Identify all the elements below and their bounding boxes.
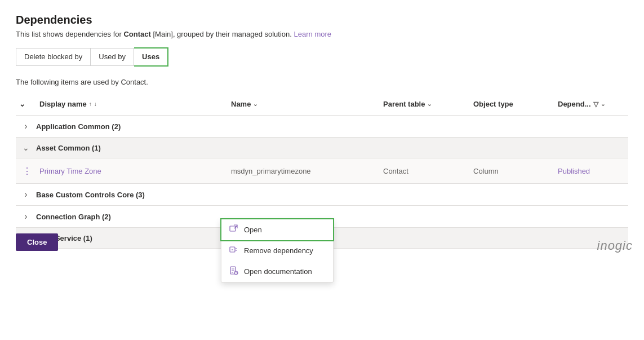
col-depend-label: Depend...	[558, 100, 591, 108]
toggle-base-custom[interactable]	[16, 189, 36, 200]
watermark: inogic	[597, 239, 633, 253]
subtitle: This list shows dependencies for Contact…	[16, 30, 628, 38]
context-menu-open-documentation[interactable]: Open documentation	[221, 261, 333, 282]
sort-asc-icon	[89, 101, 92, 107]
group-app-common[interactable]: Application Common (2)	[16, 116, 628, 138]
chevron-right-icon-3	[24, 211, 27, 222]
col-display-name[interactable]: Display name	[36, 98, 228, 111]
col-toggle: ⌄	[16, 98, 36, 111]
context-menu-open[interactable]: Open	[221, 219, 333, 240]
tab-uses[interactable]: Uses	[134, 47, 168, 67]
collapse-all-icon[interactable]: ⌄	[19, 100, 25, 108]
col-name-label: Name	[231, 100, 251, 108]
row-name: msdyn_primarytimezone	[228, 166, 380, 176]
learn-more-link[interactable]: Learn more	[294, 30, 331, 38]
context-menu-remove-dependency[interactable]: Remove dependency	[221, 240, 333, 261]
sort-desc-icon	[94, 101, 97, 107]
tabs-row: Delete blocked by Used by Uses	[16, 47, 628, 67]
group-connection-graph-name: Connection Graph (2)	[36, 213, 228, 221]
group-field-service-name: Field Service (1)	[36, 234, 228, 242]
col-parent-table[interactable]: Parent table ⌄	[380, 98, 470, 111]
context-open-label: Open	[244, 226, 262, 234]
context-remove-label: Remove dependency	[244, 246, 313, 255]
svg-rect-0	[230, 226, 236, 231]
col-object-type[interactable]: Object type	[470, 98, 554, 111]
group-base-custom[interactable]: Base Custom Controls Core (3)	[16, 184, 628, 206]
col-display-name-label: Display name	[39, 100, 87, 108]
toggle-connection-graph[interactable]	[16, 211, 36, 222]
context-open-doc-label: Open documentation	[244, 267, 312, 276]
context-menu: Open Remove dependency Open	[221, 219, 334, 282]
remove-dependency-icon	[229, 245, 238, 256]
col-name[interactable]: Name ⌄	[228, 98, 380, 111]
subtitle-bold: Contact	[123, 30, 150, 38]
row-object-type: Column	[470, 166, 554, 176]
page-title: Dependencies	[16, 14, 628, 27]
col-parent-table-label: Parent table	[383, 100, 425, 108]
group-asset-common[interactable]: Asset Common (1)	[16, 138, 628, 158]
group-base-custom-name: Base Custom Controls Core (3)	[36, 191, 228, 199]
row-depend-status: Published	[554, 166, 622, 176]
chevron-right-icon-2	[24, 189, 27, 200]
row-parent-table: Contact	[380, 166, 470, 176]
close-button[interactable]: Close	[16, 233, 58, 251]
row-display-name[interactable]: Primary Time Zone	[36, 166, 228, 176]
subtitle-bracket: [Main], grouped by their managed solutio…	[151, 30, 292, 38]
parent-sort-icon: ⌄	[427, 101, 432, 107]
row-dots-area: ⋮	[16, 163, 36, 179]
filter-icon: ▽	[593, 100, 598, 108]
following-text: The following items are used by Contact.	[16, 78, 628, 86]
col-object-type-label: Object type	[473, 100, 513, 108]
toggle-app-common[interactable]	[16, 121, 36, 131]
chevron-down-icon	[23, 143, 29, 152]
page-container: Dependencies This list shows dependencie…	[0, 0, 644, 262]
name-sort-icon: ⌄	[253, 101, 257, 107]
tab-used-by[interactable]: Used by	[90, 48, 134, 66]
col-depend[interactable]: Depend... ▽ ⌄	[554, 98, 622, 111]
table-header: ⌄ Display name Name ⌄ Parent table ⌄ Obj…	[16, 93, 628, 116]
group-app-common-name: Application Common (2)	[36, 122, 228, 131]
open-documentation-icon	[229, 266, 238, 277]
row-context-menu-trigger[interactable]: ⋮	[19, 164, 35, 178]
open-icon	[229, 224, 238, 235]
chevron-right-icon	[24, 121, 27, 131]
tab-delete-blocked-by[interactable]: Delete blocked by	[16, 48, 90, 66]
table-row: ⋮ Primary Time Zone msdyn_primarytimezon…	[16, 158, 628, 184]
group-asset-common-name: Asset Common (1)	[36, 144, 228, 152]
toggle-asset-common[interactable]	[16, 143, 36, 152]
depend-sort-icon: ⌄	[601, 101, 605, 107]
subtitle-prefix: This list shows dependencies for	[16, 30, 123, 38]
